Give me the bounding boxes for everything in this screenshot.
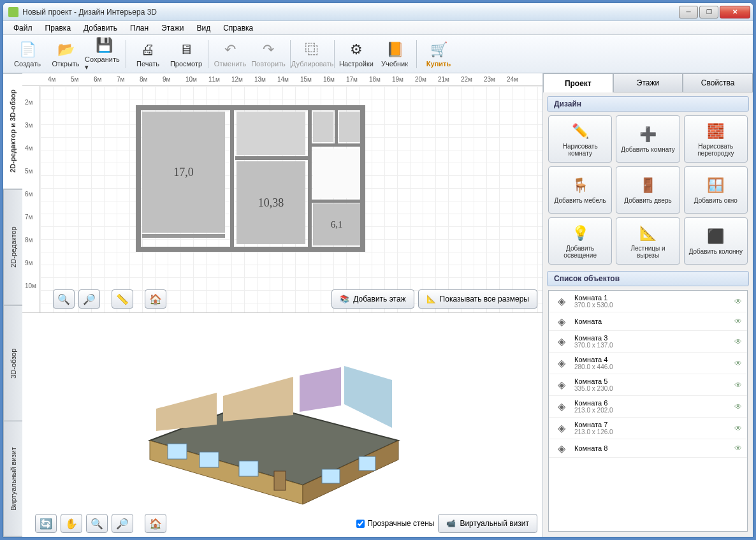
zoom-in-3d-button[interactable]: 🔎 bbox=[112, 514, 133, 533]
room-label[interactable]: 10,38 bbox=[236, 161, 305, 244]
floorplan-2d[interactable]: 17,0 10,38 6,1 bbox=[40, 86, 542, 312]
object-item-4[interactable]: ◈Комната 5335.0 x 230.0👁 bbox=[549, 374, 747, 396]
buy-button[interactable]: 🛒Купить bbox=[419, 37, 458, 71]
room-label[interactable]: 17,0 bbox=[142, 112, 225, 233]
add-window-button[interactable]: 🪟Добавить окно bbox=[684, 166, 748, 214]
preview-button[interactable]: 🖥Просмотр bbox=[167, 37, 205, 71]
zoom-in-button[interactable]: 🔎 bbox=[78, 289, 100, 309]
object-item-7[interactable]: ◈Комната 8👁 bbox=[549, 439, 747, 458]
ruler-h-mark: 24м bbox=[507, 76, 518, 83]
object-item-1[interactable]: ◈Комната👁 bbox=[549, 312, 747, 331]
dup-button: ⿻Дублировать bbox=[293, 37, 331, 71]
room-label[interactable]: 6,1 bbox=[313, 203, 360, 245]
maximize-button[interactable]: ❐ bbox=[699, 6, 718, 18]
settings-button[interactable]: ⚙Настройки bbox=[337, 37, 375, 71]
minimize-button[interactable]: ─ bbox=[679, 6, 698, 18]
add-door-icon: 🚪 bbox=[638, 176, 657, 195]
transparent-walls-checkbox[interactable]: Прозрачные стены bbox=[356, 519, 434, 528]
add-window-icon: 🪟 bbox=[706, 176, 725, 195]
visibility-icon[interactable]: 👁 bbox=[734, 424, 742, 433]
add-floor-button[interactable]: 📚Добавить этаж bbox=[331, 289, 414, 309]
visibility-icon[interactable]: 👁 bbox=[734, 317, 742, 326]
visibility-icon[interactable]: 👁 bbox=[734, 359, 742, 368]
add-light-button[interactable]: 💡Добавить освещение bbox=[548, 217, 612, 265]
add-furniture-button[interactable]: 🪑Добавить мебель bbox=[548, 166, 612, 214]
home-3d-button[interactable]: 🏠 bbox=[145, 514, 166, 533]
vtab-3[interactable]: Виртуальный визит bbox=[3, 421, 22, 537]
menu-1[interactable]: Правка bbox=[39, 22, 78, 34]
stairs-button[interactable]: 📐Лестницы и вырезы bbox=[616, 217, 680, 265]
add-room-button[interactable]: ➕Добавить комнату bbox=[616, 115, 680, 163]
visibility-icon[interactable]: 👁 bbox=[734, 297, 742, 306]
main-toolbar: 📄Создать📂Открыть💾Сохранить ▾🖨Печать🖥Прос… bbox=[3, 35, 753, 73]
separator bbox=[208, 40, 208, 68]
new-button[interactable]: 📄Создать bbox=[8, 37, 47, 71]
draw-partition-button[interactable]: 🧱Нарисовать перегородку bbox=[684, 115, 748, 163]
object-item-2[interactable]: ◈Комната 3370.0 x 137.0👁 bbox=[549, 331, 747, 353]
menu-4[interactable]: Этажи bbox=[155, 22, 190, 34]
ruler-v-mark: 3м bbox=[25, 122, 33, 129]
zoom-out-3d-button[interactable]: 🔍 bbox=[86, 514, 108, 533]
object-item-0[interactable]: ◈Комната 1370.0 x 530.0👁 bbox=[549, 291, 747, 312]
draw-room-icon: ✏️ bbox=[571, 122, 590, 141]
svg-rect-11 bbox=[322, 469, 340, 483]
vtab-0[interactable]: 2D-редактор и 3D-обзор bbox=[3, 73, 22, 189]
canvas-3d[interactable]: 🔄 ✋ 🔍 🔎 🏠 Прозрачные стены 📹Виртуальный … bbox=[22, 312, 542, 537]
object-item-3[interactable]: ◈Комната 4280.0 x 446.0👁 bbox=[549, 353, 747, 374]
ruler-h-mark: 17м bbox=[346, 76, 358, 83]
home-button[interactable]: 🏠 bbox=[145, 289, 166, 309]
object-item-6[interactable]: ◈Комната 7213.0 x 126.0👁 bbox=[549, 418, 747, 439]
main-area: 2D-редактор и 3D-обзор2D-редактор3D-обзо… bbox=[3, 73, 753, 537]
buy-icon: 🛒 bbox=[430, 41, 447, 59]
pan-button[interactable]: ✋ bbox=[61, 514, 82, 533]
stairs-icon: 📐 bbox=[638, 224, 657, 243]
menu-3[interactable]: План bbox=[124, 22, 155, 34]
rotate-button[interactable]: 🔄 bbox=[35, 514, 57, 533]
menu-6[interactable]: Справка bbox=[217, 22, 259, 34]
separator bbox=[334, 40, 335, 68]
visibility-icon[interactable]: 👁 bbox=[734, 381, 742, 390]
print-button[interactable]: 🖨Печать bbox=[129, 37, 167, 71]
ruler-v-mark: 9м bbox=[25, 259, 33, 266]
toolbar-3d: 🔄 ✋ 🔍 🔎 🏠 Прозрачные стены 📹Виртуальный … bbox=[35, 514, 537, 533]
add-column-button[interactable]: ⬛Добавить колонну bbox=[684, 217, 748, 265]
add-furniture-icon: 🪑 bbox=[571, 176, 590, 195]
visibility-icon[interactable]: 👁 bbox=[734, 444, 742, 453]
rtab-0[interactable]: Проект bbox=[543, 73, 613, 92]
design-section-header: Дизайн bbox=[547, 96, 749, 112]
vtab-1[interactable]: 2D-редактор bbox=[3, 189, 22, 305]
visibility-icon[interactable]: 👁 bbox=[734, 337, 742, 346]
menu-5[interactable]: Вид bbox=[190, 22, 217, 34]
canvas-2d[interactable]: 2м3м4м5м6м7м8м9м10м 17,0 10,38 6,1 bbox=[22, 86, 542, 312]
objects-section-header: Список объектов bbox=[547, 271, 749, 286]
tutorial-button[interactable]: 📙Учебник bbox=[375, 37, 414, 71]
svg-rect-7 bbox=[168, 444, 187, 459]
ruler-v-mark: 8м bbox=[25, 237, 33, 244]
ruler-h-mark: 18м bbox=[369, 76, 381, 83]
virtual-visit-button[interactable]: 📹Виртуальный визит bbox=[438, 514, 537, 533]
object-item-5[interactable]: ◈Комната 6213.0 x 202.0👁 bbox=[549, 396, 747, 418]
menu-0[interactable]: Файл bbox=[7, 22, 39, 34]
ruler-h-mark: 9м bbox=[163, 76, 170, 83]
transparent-walls-input[interactable] bbox=[356, 520, 365, 528]
show-dimensions-button[interactable]: 📐Показывать все размеры bbox=[418, 289, 537, 309]
vtab-2[interactable]: 3D-обзор bbox=[3, 305, 22, 421]
add-room-icon: ➕ bbox=[638, 125, 657, 144]
add-door-button[interactable]: 🚪Добавить дверь bbox=[616, 166, 680, 214]
open-button[interactable]: 📂Открыть bbox=[47, 37, 85, 71]
svg-rect-12 bbox=[359, 456, 375, 471]
ruler-h-mark: 11м bbox=[208, 76, 220, 83]
close-button[interactable]: ✕ bbox=[720, 6, 750, 18]
visibility-icon[interactable]: 👁 bbox=[734, 402, 742, 411]
ruler-v-mark: 6м bbox=[25, 191, 33, 198]
rtab-1[interactable]: Этажи bbox=[613, 73, 683, 92]
save-button[interactable]: 💾Сохранить ▾ bbox=[85, 37, 123, 71]
draw-room-button[interactable]: ✏️Нарисовать комнату bbox=[548, 115, 612, 163]
ruler-h-mark: 16м bbox=[323, 76, 335, 83]
zoom-out-button[interactable]: 🔍 bbox=[53, 289, 75, 309]
object-list[interactable]: ◈Комната 1370.0 x 530.0👁◈Комната👁◈Комнат… bbox=[548, 290, 748, 532]
measure-button[interactable]: 📏 bbox=[112, 289, 133, 309]
ruler-horizontal: 4м5м6м7м8м9м10м11м12м13м14м15м16м17м18м1… bbox=[22, 73, 542, 86]
rtab-2[interactable]: Свойства bbox=[683, 73, 753, 92]
menu-2[interactable]: Добавить bbox=[77, 22, 124, 34]
